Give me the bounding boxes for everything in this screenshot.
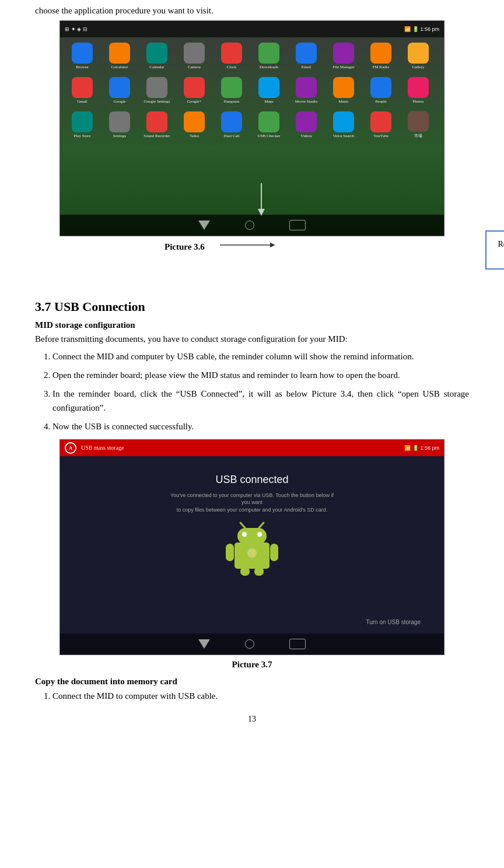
app-icon-22: Sound Recorder xyxy=(139,108,174,141)
screenshot-36: ⊞ ✦ ◈ ⊟ 📶 🔋 1:56 pm BrowseCalculatorCale… xyxy=(60,20,444,236)
usb-bar-label: USB mass storage xyxy=(81,444,124,451)
recents-button-2 xyxy=(289,639,306,649)
return-home-text: Return to home page xyxy=(498,240,504,260)
app-icon-25: USB Checker xyxy=(251,108,286,141)
picture-callout-area: Picture 3.6 Return to home page xyxy=(60,236,444,289)
usb-content-area: USB connected You've connected to your c… xyxy=(60,456,444,578)
android-status-bar: ⊞ ✦ ◈ ⊟ 📶 🔋 1:56 pm xyxy=(60,21,444,37)
app-icon-5: Downloads xyxy=(251,40,286,72)
android-logo: A xyxy=(65,442,76,454)
picture-37-label: Picture 3.7 xyxy=(35,660,469,670)
app-icon-29: 市場 xyxy=(401,108,436,141)
app-icon-2: Calendar xyxy=(139,40,174,72)
app-icon-11: Google xyxy=(102,74,137,106)
svg-rect-8 xyxy=(226,544,234,561)
mid-step-1: Connect the MID and computer by USB cabl… xyxy=(52,349,469,363)
svg-line-7 xyxy=(259,523,264,528)
svg-point-4 xyxy=(242,532,247,537)
app-icon-23: Taiko xyxy=(177,108,212,141)
android-robot-svg: ⚡ xyxy=(223,519,281,578)
mid-step-3: In the reminder board, click the “USB Co… xyxy=(52,387,469,415)
app-icon-17: Music xyxy=(326,74,361,106)
status-icons: ⊞ ✦ ◈ ⊟ xyxy=(65,26,88,32)
app-icon-3: Camera xyxy=(177,40,212,72)
usb-status-bar: A USB mass storage 📶 🔋 1:56 pm xyxy=(60,440,444,456)
arrow-svg xyxy=(226,183,296,218)
app-icon-grid: BrowseCalculatorCalendarCameraClockDownl… xyxy=(60,37,444,143)
mid-step-4: Now the USB is connected successfully. xyxy=(52,419,469,433)
intro-text: choose the application procedure you wan… xyxy=(35,6,469,16)
svg-rect-3 xyxy=(237,528,267,544)
svg-rect-11 xyxy=(254,567,264,576)
svg-text:⚡: ⚡ xyxy=(250,550,257,557)
home-button-2 xyxy=(245,639,254,649)
app-icon-4: Clock xyxy=(214,40,249,72)
app-icon-24: Dual Call xyxy=(214,108,249,141)
screenshot-36-image: ⊞ ✦ ◈ ⊟ 📶 🔋 1:56 pm BrowseCalculatorCale… xyxy=(60,20,444,236)
section-37-heading: 3.7 USB Connection xyxy=(35,299,469,314)
app-icon-19: Photos xyxy=(401,74,436,106)
app-icon-9: Gallery xyxy=(401,40,436,72)
svg-rect-10 xyxy=(240,567,250,576)
svg-line-6 xyxy=(240,523,245,528)
time-display: 📶 🔋 1:56 pm xyxy=(404,26,439,32)
usb-connected-title: USB connected xyxy=(215,474,288,486)
usb-storage-button: Turn on USB storage xyxy=(366,619,421,625)
screenshot-37-container: A USB mass storage 📶 🔋 1:56 pm USB conne… xyxy=(60,439,444,655)
back-button-2 xyxy=(198,639,210,649)
usb-connected-desc: You've connected to your computer via US… xyxy=(170,492,334,514)
app-icon-13: Google+ xyxy=(177,74,212,106)
app-icon-7: File Manager xyxy=(326,40,361,72)
mid-step-2: Open the reminder board; please view the… xyxy=(52,368,469,382)
app-icon-10: Gmail xyxy=(65,74,100,106)
mid-config-intro: Before transmitting documents, you have … xyxy=(35,332,469,346)
home-button xyxy=(245,220,254,230)
app-icon-20: Play Store xyxy=(65,108,100,141)
app-icon-21: Settings xyxy=(102,108,137,141)
usb-status-icons: 📶 🔋 1:56 pm xyxy=(404,445,439,451)
copy-step-1: Connect the MID to computer with USB cab… xyxy=(52,689,469,703)
callout-arrow xyxy=(220,236,337,265)
picture-36-label: Picture 3.6 xyxy=(164,242,205,252)
app-icon-12: Google Settings xyxy=(139,74,174,106)
app-icon-0: Browse xyxy=(65,40,100,72)
android-nav-bar-2 xyxy=(60,634,444,654)
app-icon-6: Email xyxy=(289,40,324,72)
app-icon-18: People xyxy=(363,74,398,106)
page-number: 13 xyxy=(35,715,469,724)
recents-button xyxy=(289,220,306,230)
app-icon-26: Videos xyxy=(289,108,324,141)
app-icon-16: Movie Studio xyxy=(289,74,324,106)
app-icon-1: Calculator xyxy=(102,40,137,72)
back-button xyxy=(198,220,210,230)
svg-point-5 xyxy=(257,532,262,537)
app-icon-27: Voice Search xyxy=(326,108,361,141)
return-home-callout: Return to home page xyxy=(485,230,504,270)
mid-config-heading: MID storage configuration xyxy=(35,320,469,330)
copy-doc-steps: Connect the MID to computer with USB cab… xyxy=(52,689,469,703)
copy-doc-heading: Copy the document into memory card xyxy=(35,677,469,687)
app-icon-28: YouTube xyxy=(363,108,398,141)
app-icon-15: Maps xyxy=(251,74,286,106)
mid-config-steps: Connect the MID and computer by USB cabl… xyxy=(52,349,469,433)
app-icon-14: Hangouts xyxy=(214,74,249,106)
svg-rect-9 xyxy=(270,544,278,561)
app-icon-8: FM Radio xyxy=(363,40,398,72)
screenshot-37-image: A USB mass storage 📶 🔋 1:56 pm USB conne… xyxy=(60,439,444,655)
